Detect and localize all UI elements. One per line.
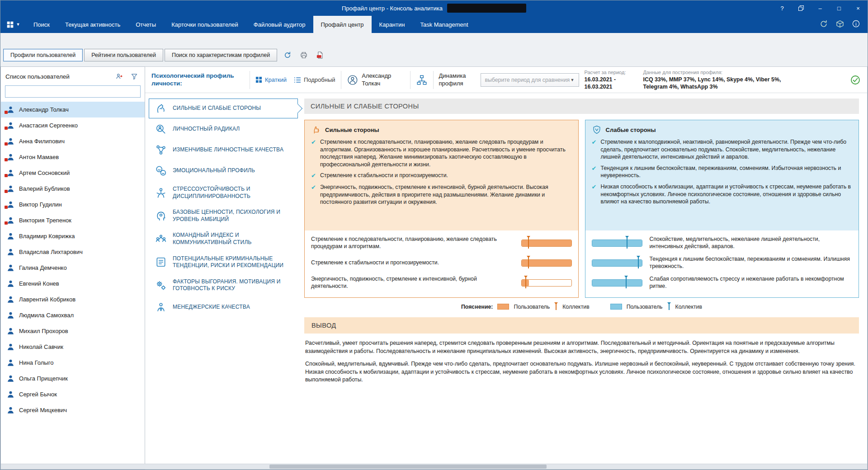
user-row[interactable]: Людмила Самохвал: [1, 307, 145, 323]
user-row[interactable]: Антон Мамаев: [1, 149, 145, 165]
slider-label: Слабая сопротивляемость стрессу и нежела…: [650, 276, 853, 290]
user-badge: [5, 174, 8, 177]
section-menu-item[interactable]: ПОТЕНЦИАЛЬНЫЕ КРИМИНАЛЬНЫЕ ТЕНДЕНЦИИ, РИ…: [149, 251, 298, 273]
toolbar-tab[interactable]: Профили пользователей: [3, 49, 83, 61]
criminal-icon: [151, 256, 170, 268]
user-row[interactable]: Сергей Мицкевич: [1, 402, 145, 418]
person-icon: [6, 263, 15, 273]
menu-tab[interactable]: Файловый аудитор: [246, 16, 313, 33]
user-name: Евгений Конев: [19, 280, 59, 287]
content-area: Психологический профиль личности: Кратки…: [145, 66, 868, 470]
card-bullet: ✔Энергичность, подвижность, стремление к…: [311, 183, 572, 206]
user-row[interactable]: Анна Филипович: [1, 133, 145, 149]
menu-tab[interactable]: Task Management: [412, 16, 476, 33]
user-row[interactable]: Владимир Коврижка: [1, 228, 145, 244]
strengths-slider: [521, 240, 572, 247]
user-badge: [5, 206, 8, 209]
section-menu-label: ИЗМЕНЧИВЫЕ ЛИЧНОСТНЫЕ КАЧЕСТВА: [173, 146, 283, 154]
user-row[interactable]: Виктория Трепенок: [1, 212, 145, 228]
refresh-button[interactable]: [280, 49, 295, 61]
person-icon: [6, 200, 15, 209]
section-menu-item[interactable]: ЭМОЦИОНАЛЬНЫЙ ПРОФИЛЬ: [149, 161, 298, 181]
user-row[interactable]: Владислав Лихтарович: [1, 244, 145, 260]
menu-bar: ▼ ПоискТекущая активностьОтчетыКарточки …: [0, 16, 868, 33]
section-menu-item[interactable]: ЛИЧНОСТНЫЙ РАДИКАЛ: [149, 119, 298, 139]
profile-dynamics-button[interactable]: Динамика профиля: [439, 72, 475, 87]
user-row[interactable]: Галина Демченко: [1, 260, 145, 276]
menu-tab[interactable]: Карантин: [372, 16, 413, 33]
print-button[interactable]: [297, 49, 311, 61]
menu-tab[interactable]: Поиск: [26, 16, 57, 33]
user-name: Людмила Самохвал: [19, 312, 74, 319]
user-row[interactable]: Валерий Бубликов: [1, 181, 145, 197]
burnout-icon: [151, 279, 170, 291]
user-name: Михаил Прохоров: [19, 328, 68, 334]
menu-tab[interactable]: Карточки пользователей: [164, 16, 246, 33]
user-name: Анастасия Сергеенко: [19, 122, 78, 129]
menu-tab[interactable]: Профайл центр: [313, 16, 372, 33]
maximize-button[interactable]: □: [830, 0, 849, 16]
check-icon: ✔: [592, 164, 597, 179]
user-row[interactable]: Виктор Гудилин: [1, 197, 145, 212]
menu-tab[interactable]: Текущая активность: [57, 16, 128, 33]
user-name: Артем Сосновский: [19, 169, 70, 176]
org-chart-button[interactable]: [416, 74, 428, 86]
user-circle-icon: [347, 73, 359, 87]
section-menu-item[interactable]: ФАКТОРЫ ВЫГОРАНИЯ. МОТИВАЦИЯ И ГОТОВНОСТ…: [149, 274, 298, 296]
user-name: Виктория Трепенок: [19, 217, 71, 224]
conclusion-paragraph: Расчетливый, умеет просчитать решения на…: [305, 339, 856, 355]
user-search-input[interactable]: [5, 85, 141, 98]
user-name: Владимир Коврижка: [19, 233, 75, 240]
user-row[interactable]: Нина Голыго: [1, 355, 145, 371]
minimize-button[interactable]: –: [811, 0, 830, 16]
pdf-export-button[interactable]: [313, 49, 327, 61]
close-button[interactable]: ×: [849, 0, 868, 16]
user-row[interactable]: Николай Савчик: [1, 339, 145, 355]
view-detailed-toggle[interactable]: Подробный: [294, 76, 335, 83]
data-sources-value: ICQ 33%, MMP 37%, Lync 14%, Skype 4%, Vi…: [643, 76, 802, 90]
section-menu-item[interactable]: ИЗМЕНЧИВЫЕ ЛИЧНОСТНЫЕ КАЧЕСТВА: [149, 140, 298, 160]
person-icon: [6, 121, 15, 130]
user-row[interactable]: Александр Толкач: [1, 102, 145, 118]
info-icon[interactable]: [852, 19, 860, 29]
user-name: Ольга Прищепчик: [19, 375, 68, 382]
legend-collective-label: Коллектив: [562, 304, 589, 310]
user-row[interactable]: Евгений Конев: [1, 276, 145, 291]
section-menu-item[interactable]: СТРЕССОУСТОЙЧИВОСТЬ И ДИСЦИПЛИНИРОВАННОС…: [149, 182, 298, 204]
section-menu-item[interactable]: КОМАНДНЫЙ ИНДЕКС И КОММУНИКАТИВНЫЙ СТИЛЬ: [149, 228, 298, 250]
user-row[interactable]: Анастасия Сергеенко: [1, 118, 145, 133]
section-menu-item[interactable]: МЕНЕДЖЕРСКИЕ КАЧЕСТВА: [149, 297, 298, 317]
user-report-button[interactable]: [113, 71, 125, 82]
period-compare-select[interactable]: выберите период для сравнения ▼: [481, 73, 579, 87]
slider-user-fill: [592, 240, 642, 246]
legend-title: Пояснение:: [461, 304, 493, 310]
help-button[interactable]: ?: [773, 0, 792, 16]
scrollbar-thumb[interactable]: [269, 465, 547, 469]
user-row[interactable]: Лаврентий Кобриков: [1, 291, 145, 307]
apps-menu-button[interactable]: ▼: [0, 16, 26, 33]
person-icon: [6, 374, 15, 383]
user-row[interactable]: Михаил Прохоров: [1, 323, 145, 339]
user-row[interactable]: Сергей Бычок: [1, 386, 145, 402]
user-row[interactable]: Артем Сосновский: [1, 165, 145, 181]
section-menu-item[interactable]: СИЛЬНЫЕ И СЛАБЫЕ СТОРОНЫ: [149, 99, 298, 118]
user-name: Валерий Бубликов: [19, 185, 70, 192]
toolbar-tab[interactable]: Поиск по характеристикам профилей: [165, 49, 277, 61]
org-chart-icon: [416, 74, 428, 86]
horizontal-scrollbar[interactable]: [1, 464, 867, 469]
section-menu-item[interactable]: БАЗОВЫЕ ЦЕННОСТИ, ПСИХОЛОГИЯ И УРОВЕНЬ А…: [149, 205, 298, 227]
bullet-text: Стремление к стабильности и прогнозируем…: [320, 172, 448, 180]
current-user-name: Александр Толкач: [362, 72, 404, 87]
card-bullet: ✔Стремление к последовательности, планир…: [311, 138, 572, 168]
view-brief-toggle[interactable]: Краткий: [255, 76, 287, 83]
sync-icon[interactable]: [819, 19, 828, 30]
user-row[interactable]: Ольга Прищепчик: [1, 371, 145, 386]
user-name: Сергей Мицкевич: [19, 407, 67, 414]
data-sources-block: Данные для построения профиля: ICQ 33%, …: [643, 69, 802, 90]
toolbar-tab[interactable]: Рейтинги пользователей: [84, 49, 163, 61]
package-icon[interactable]: [835, 19, 844, 30]
menu-tab[interactable]: Отчеты: [128, 16, 164, 33]
filter-button[interactable]: [128, 71, 140, 82]
overlap-windows-button[interactable]: [792, 0, 811, 16]
bullet-text: Стремление к последовательности, планиро…: [320, 138, 572, 168]
